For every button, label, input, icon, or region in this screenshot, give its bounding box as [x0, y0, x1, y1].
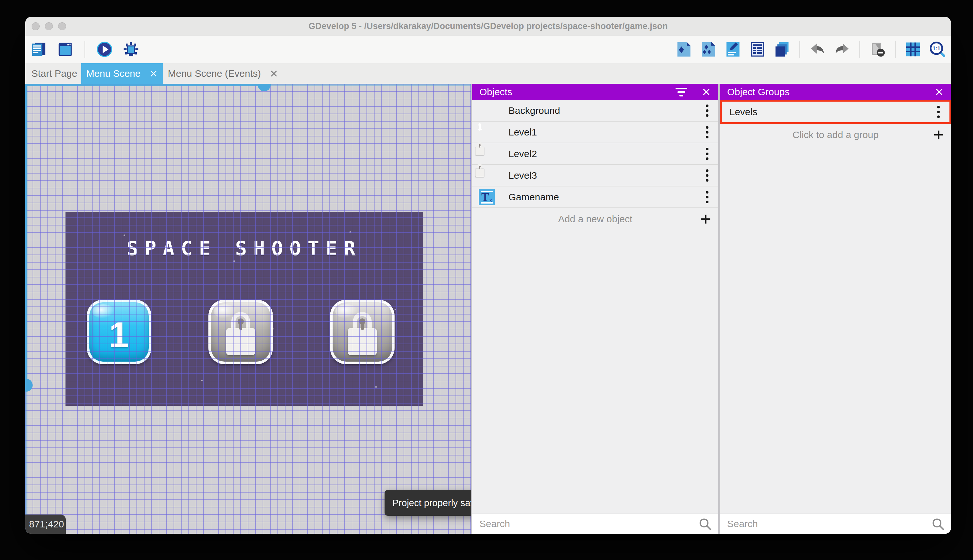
group-menu-icon[interactable]	[935, 104, 942, 120]
padlock-icon	[226, 312, 255, 355]
toolbar-separator	[85, 41, 85, 58]
main-toolbar: 1:1	[25, 35, 951, 63]
svg-text:1:1: 1:1	[933, 45, 940, 52]
search-icon	[698, 517, 712, 531]
toolbar-separator	[800, 41, 800, 58]
object-row-gamename[interactable]: Tx Gamename	[472, 187, 718, 208]
object-menu-icon[interactable]	[704, 189, 710, 205]
gdevelop-window: GDevelop 5 - /Users/dkarakay/Documents/G…	[25, 17, 951, 534]
toolbar-right-group: 1:1	[675, 35, 946, 63]
plus-icon[interactable]: +	[933, 126, 944, 144]
play-icon[interactable]	[95, 40, 113, 58]
cursor-coordinates: 871;420	[25, 515, 66, 534]
object-row-level1[interactable]: Level1	[472, 122, 718, 143]
game-title-text: SPACE SHOOTER	[65, 237, 423, 260]
project-manager-icon[interactable]	[30, 40, 48, 58]
add-group-button[interactable]: Click to add a group +	[720, 124, 951, 145]
instances-editor-disabled-icon[interactable]	[868, 40, 886, 58]
filter-icon[interactable]	[676, 88, 687, 97]
selection-left-edge	[25, 385, 27, 534]
object-groups-panel: Object Groups Levels Click to add a grou…	[720, 84, 951, 534]
debug-icon[interactable]	[122, 40, 140, 58]
padlock-icon	[347, 312, 377, 355]
text-object-thumbnail: Tx	[479, 189, 495, 205]
objects-panel-header: Objects	[472, 84, 718, 100]
tab-menu-scene-events[interactable]: Menu Scene (Events)	[163, 63, 283, 84]
selection-handle-left[interactable]	[25, 379, 33, 392]
sprite-thumbnail	[479, 124, 495, 140]
close-tab-icon[interactable]	[149, 69, 158, 78]
add-object-button[interactable]: Add a new object +	[472, 208, 718, 230]
object-row-level2[interactable]: Level2	[472, 143, 718, 165]
undo-icon[interactable]	[808, 40, 826, 58]
object-menu-icon[interactable]	[704, 146, 710, 162]
properties-panel-icon[interactable]	[724, 40, 742, 58]
tab-label: Menu Scene	[86, 68, 140, 79]
level1-button-sprite[interactable]: 1	[87, 300, 151, 364]
editor-tabs: Start Page Menu Scene Menu Scene (Events…	[25, 63, 951, 84]
tab-start-page[interactable]: Start Page	[27, 63, 81, 84]
selection-left-edge	[25, 84, 27, 385]
selection-top-edge	[264, 84, 471, 86]
panel-title: Objects	[480, 87, 512, 97]
group-row-levels[interactable]: Levels	[720, 100, 951, 124]
toolbar-separator	[860, 41, 860, 58]
groups-search-input[interactable]	[720, 514, 951, 534]
groups-search-bar	[720, 513, 951, 534]
scene-window-icon[interactable]	[56, 40, 74, 58]
tab-label: Menu Scene (Events)	[168, 68, 261, 79]
redo-icon[interactable]	[833, 40, 851, 58]
object-menu-icon[interactable]	[704, 167, 710, 183]
object-groups-panel-icon[interactable]	[700, 40, 718, 58]
grid-icon[interactable]	[904, 40, 922, 58]
level2-button-sprite[interactable]	[208, 300, 273, 364]
zoom-1-1-icon[interactable]: 1:1	[928, 40, 946, 58]
tab-menu-scene[interactable]: Menu Scene	[81, 63, 163, 84]
instances-list-panel-icon[interactable]	[748, 40, 766, 58]
sprite-thumbnail	[479, 103, 495, 119]
object-menu-icon[interactable]	[704, 103, 710, 119]
objects-search-bar	[472, 513, 718, 534]
object-row-background[interactable]: Background	[472, 100, 718, 122]
close-panel-icon[interactable]	[934, 87, 944, 97]
tab-label: Start Page	[32, 68, 77, 79]
objects-panel: Objects Background Level1	[472, 84, 718, 534]
layers-panel-icon[interactable]	[773, 40, 791, 58]
sprite-thumbnail	[479, 167, 495, 183]
object-row-level3[interactable]: Level3	[472, 165, 718, 187]
plus-icon[interactable]: +	[700, 210, 711, 228]
editor-content: SPACE SHOOTER 1 871;420 Project pr	[25, 84, 951, 534]
scene-background-sprite[interactable]: SPACE SHOOTER 1	[65, 212, 423, 406]
selection-top-edge	[25, 84, 264, 86]
toast-message: Project properly saved	[392, 498, 471, 508]
objects-panel-icon[interactable]	[675, 40, 693, 58]
object-groups-panel-header: Object Groups	[720, 84, 951, 100]
toolbar-separator	[895, 41, 896, 58]
search-icon	[931, 517, 945, 531]
level1-number: 1	[89, 305, 149, 364]
objects-search-input[interactable]	[472, 514, 718, 534]
panel-title: Object Groups	[727, 87, 790, 97]
save-toast: Project properly saved	[385, 490, 471, 516]
sprite-thumbnail	[479, 146, 495, 162]
close-tab-icon[interactable]	[269, 69, 278, 78]
selection-handle-top[interactable]	[258, 84, 271, 91]
level3-button-sprite[interactable]	[330, 300, 395, 364]
title-bar: GDevelop 5 - /Users/dkarakay/Documents/G…	[25, 17, 951, 35]
window-title: GDevelop 5 - /Users/dkarakay/Documents/G…	[25, 17, 951, 35]
object-menu-icon[interactable]	[704, 124, 710, 140]
close-panel-icon[interactable]	[701, 87, 711, 97]
scene-canvas[interactable]: SPACE SHOOTER 1 871;420 Project pr	[25, 84, 471, 534]
toolbar-left-group	[30, 35, 140, 63]
